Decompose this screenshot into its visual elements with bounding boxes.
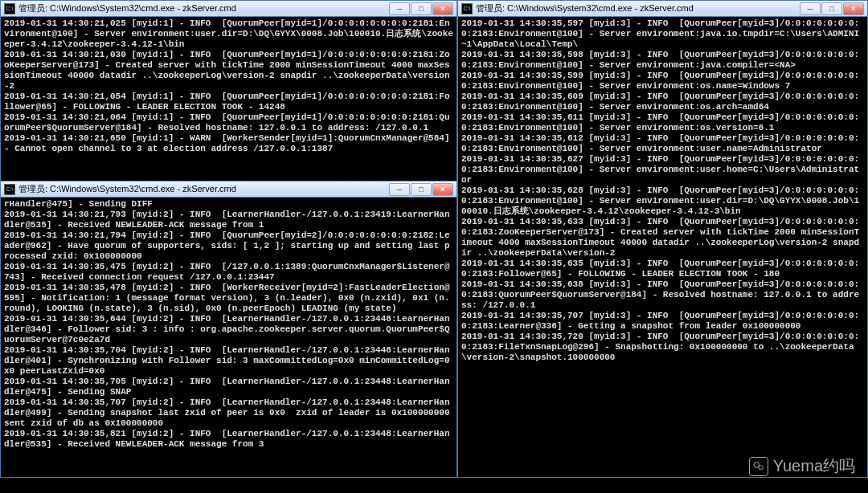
terminal-output-3: 2019-01-31 14:30:35,597 [myid:3] - INFO …	[458, 17, 867, 477]
wechat-icon	[749, 457, 768, 476]
window-controls: ─ □ ✕	[388, 2, 453, 15]
window-title: 管理员: C:\Windows\System32\cmd.exe - zkSer…	[18, 183, 388, 195]
titlebar-2[interactable]: C:\ 管理员: C:\Windows\System32\cmd.exe - z…	[1, 181, 457, 198]
maximize-button[interactable]: □	[411, 183, 432, 196]
cmd-icon: C:\	[4, 3, 15, 14]
cmd-window-3: C:\ 管理员: C:\Windows\System32\cmd.exe - z…	[457, 0, 868, 478]
window-title: 管理员: C:\Windows\System32\cmd.exe - zkSer…	[18, 2, 388, 14]
terminal-output-2: rHandler@475] - Sending DIFF 2019-01-31 …	[1, 198, 457, 477]
window-title: 管理员: C:\Windows\System32\cmd.exe - zkSer…	[476, 2, 799, 14]
watermark-text: Yuema约吗	[773, 455, 855, 477]
minimize-button[interactable]: ─	[800, 2, 821, 15]
window-controls: ─ □ ✕	[388, 183, 453, 196]
cmd-window-2: C:\ 管理员: C:\Windows\System32\cmd.exe - z…	[0, 181, 457, 478]
cmd-icon: C:\	[4, 184, 15, 195]
minimize-button[interactable]: ─	[389, 183, 410, 196]
minimize-button[interactable]: ─	[389, 2, 410, 15]
maximize-button[interactable]: □	[821, 2, 842, 15]
watermark: Yuema约吗	[749, 455, 855, 477]
terminal-output-1: 2019-01-31 14:30:21,025 [myid:1] - INFO …	[1, 17, 457, 181]
titlebar-1[interactable]: C:\ 管理员: C:\Windows\System32\cmd.exe - z…	[1, 1, 457, 17]
cmd-icon: C:\	[461, 3, 473, 14]
cmd-window-1: C:\ 管理员: C:\Windows\System32\cmd.exe - z…	[0, 0, 457, 181]
maximize-button[interactable]: □	[411, 2, 432, 15]
close-button[interactable]: ✕	[843, 2, 864, 15]
svg-point-1	[759, 465, 763, 469]
close-button[interactable]: ✕	[432, 2, 453, 15]
close-button[interactable]: ✕	[432, 183, 453, 196]
titlebar-3[interactable]: C:\ 管理员: C:\Windows\System32\cmd.exe - z…	[458, 1, 867, 17]
window-controls: ─ □ ✕	[799, 2, 864, 15]
